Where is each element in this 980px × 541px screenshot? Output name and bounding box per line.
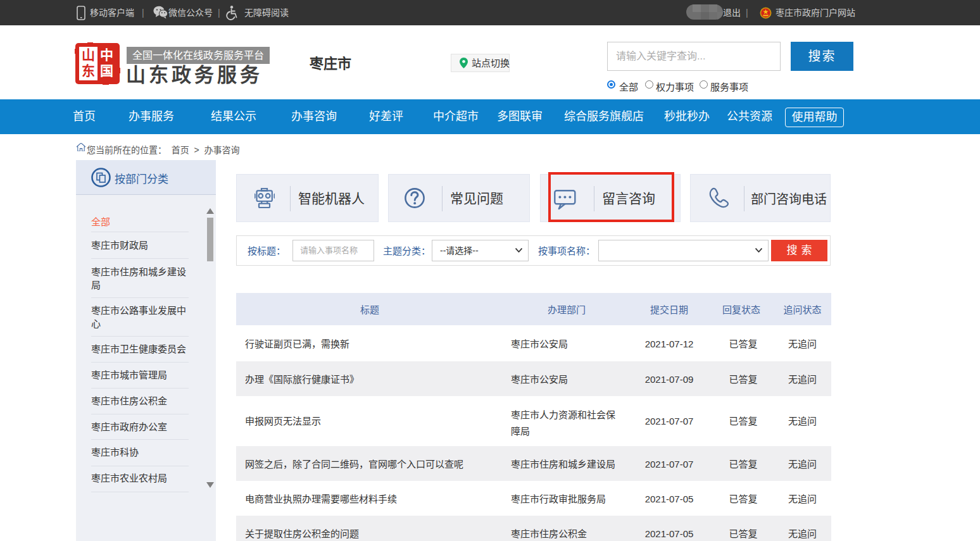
svg-text:山: 山 [82, 47, 95, 62]
svg-text:东: 东 [82, 63, 95, 78]
svg-text:国: 国 [100, 63, 113, 78]
svg-text:中: 中 [100, 47, 113, 62]
